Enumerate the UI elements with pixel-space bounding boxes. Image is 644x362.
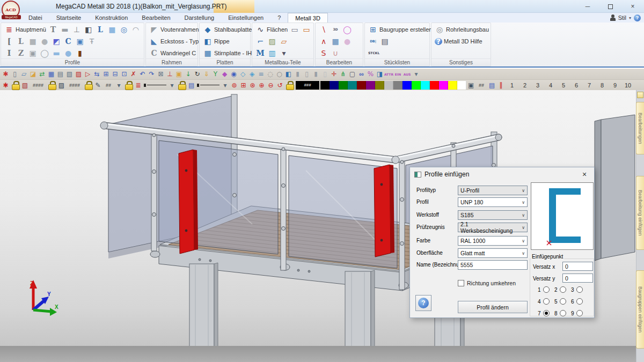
color-swatch-13[interactable] (439, 81, 448, 90)
tree-icon[interactable]: ⋔ (339, 70, 348, 78)
shaded-view-icon[interactable]: ◆ (220, 70, 229, 78)
insertion-point-radio-5[interactable] (560, 298, 566, 305)
kantblech-icon[interactable]: ⌐ (254, 35, 266, 47)
rail-profile-icon[interactable]: Ŧ (86, 35, 98, 47)
window-icon[interactable]: ▢ (348, 70, 357, 78)
pen-drop-icon[interactable]: ▾ (114, 81, 123, 90)
insert-down-icon[interactable]: ⇓ (202, 70, 211, 78)
redraw-icon[interactable]: ✱ (1, 81, 10, 90)
color-lock-icon[interactable] (286, 81, 293, 89)
color-swatch-0[interactable] (320, 81, 330, 90)
figure-icon[interactable]: Y (211, 70, 220, 78)
baugruppe-erstellen-button[interactable]: ⊞Baugruppe erstellen (367, 24, 433, 35)
side-panel-icon[interactable] (637, 92, 643, 98)
barrel3-icon[interactable]: ▮ (311, 70, 320, 78)
circle-solid-icon[interactable]: ● (39, 35, 50, 47)
profil-bearbeiten-icon[interactable]: ∪ (330, 47, 341, 59)
dialog-title-bar[interactable]: Profile einfügen × (410, 167, 594, 181)
zeros-icon[interactable]: 00 (357, 70, 366, 78)
screen-color-icon[interactable]: ▣ (466, 81, 475, 90)
langloch-icon[interactable]: ▭ (289, 24, 301, 35)
block-3d-icon[interactable]: ◧ (83, 24, 94, 35)
linewidth-icon[interactable]: ▤ (187, 81, 196, 90)
layer-lock-icon[interactable] (12, 81, 19, 89)
t-profile-icon[interactable]: T (47, 24, 59, 35)
scale-icon[interactable]: % (366, 70, 375, 78)
anpassen-icon[interactable]: ∧ (318, 35, 330, 47)
color-swatch-10[interactable] (412, 81, 421, 90)
trapezblech-icon[interactable]: ▨ (266, 35, 278, 47)
monitor-icon[interactable]: ◧ (284, 70, 293, 78)
insertion-point-radio-7[interactable] (543, 310, 550, 316)
c-profile-button[interactable]: [ (3, 35, 15, 47)
flat-steel-icon[interactable]: ▬ (50, 47, 62, 59)
pr-fzeugnis-select[interactable]: 2.1 Werksbescheinigung∨ (458, 223, 528, 232)
zoom-prev-icon[interactable]: ↺ (275, 81, 284, 90)
width-bars-icon[interactable]: ‖ (496, 81, 506, 90)
group-edit-icon[interactable]: ▨ (57, 81, 66, 90)
copy-page-icon[interactable]: ⊞ (101, 70, 111, 78)
circle-steel-icon[interactable]: ● (62, 47, 74, 59)
listen-druck-icon[interactable]: ▤ (379, 35, 391, 47)
menu-item-datei[interactable]: Datei (21, 13, 49, 23)
menu-item--[interactable]: ? (270, 13, 288, 23)
megacad-logo[interactable]: ACD MegaCAD (2, 1, 21, 21)
wood-beam-icon[interactable]: ▮ (74, 47, 86, 59)
block-3d-insert-icon[interactable]: ◩ (50, 35, 62, 47)
wandriegel-button[interactable]: CWandriegel C (148, 47, 197, 59)
stahlbauplatten-button[interactable]: ◆Stahlbauplatten (202, 24, 256, 35)
layer-number-7[interactable]: 7 (583, 82, 596, 88)
square-steel-icon[interactable]: ■ (106, 24, 118, 35)
zoom-all-icon[interactable]: ⊚ (230, 81, 239, 90)
c-steel-icon[interactable]: C (62, 35, 74, 47)
hammer-icon[interactable]: ⊥ (165, 70, 174, 78)
probe-icon[interactable]: ✛ (330, 70, 339, 78)
tube-square-steel-icon[interactable]: ▣ (74, 35, 86, 47)
layer-number-6[interactable]: 6 (570, 82, 583, 88)
help-icon[interactable]: ? (634, 14, 641, 21)
erase-icon[interactable]: ✗ (129, 70, 138, 78)
metall3d-hilfe-button[interactable]: ?Metall 3D Hilfe (434, 35, 484, 47)
dialog-close-button[interactable]: × (579, 170, 590, 179)
tab-baugruppen-einfuegen[interactable]: Baugruppen einfügen (636, 270, 644, 349)
overflow-icon[interactable]: ▾ (412, 70, 421, 78)
profil-3d-icon[interactable]: 3D (330, 24, 341, 35)
color-swatch-7[interactable] (384, 81, 393, 90)
minimize-button[interactable]: ─ (576, 0, 599, 13)
transfer-icon[interactable]: ⊡ (120, 70, 129, 78)
versatz-y-input[interactable]: 0 (562, 274, 593, 283)
barrel4-icon[interactable]: ▯ (320, 70, 330, 78)
globe-icon[interactable]: ◉ (229, 70, 238, 78)
color-swatch-4[interactable] (357, 81, 366, 90)
barrel2-icon[interactable]: ▯ (302, 70, 311, 78)
open-folder-icon[interactable]: ◪ (28, 70, 38, 78)
hauptmenu-button[interactable]: ≣Hauptmenü (3, 24, 47, 35)
layer-number-4[interactable]: 4 (544, 82, 557, 88)
insertion-point-radio-4[interactable] (543, 298, 550, 305)
ausklinken-icon[interactable]: ▦ (330, 35, 341, 47)
print-preview-icon[interactable]: ▧ (65, 70, 74, 78)
ring-steel-icon[interactable]: ◎ (118, 24, 130, 35)
zoom-in-icon[interactable]: ⊕ (257, 81, 266, 90)
stueckliste-icon[interactable]: STCKL (367, 47, 380, 59)
color-swatch-9[interactable] (402, 81, 412, 90)
profil-aendern-button[interactable]: Profil ändern (458, 301, 528, 313)
menu-item-metall-3d[interactable]: Metall 3D (288, 13, 327, 23)
insertion-point-radio-2[interactable] (560, 286, 566, 293)
undo-icon[interactable]: ↶ (138, 70, 147, 78)
saegen-icon[interactable]: ∖ (318, 24, 330, 35)
linetype-preview[interactable] (144, 82, 166, 89)
flaechen-button[interactable]: ∿Flächen (254, 24, 289, 35)
layer-number-9[interactable]: 9 (609, 82, 621, 88)
linetype-lock-icon[interactable] (125, 81, 132, 89)
richtung-umkehren-checkbox[interactable] (458, 280, 464, 286)
cube-view-icon[interactable]: ◇ (238, 70, 247, 78)
color-swatch-6[interactable] (375, 81, 384, 90)
linewidth-lock-icon[interactable] (178, 81, 185, 89)
angle-profile-icon[interactable]: L (15, 35, 27, 47)
farbe-select[interactable]: RAL 1000∨ (458, 236, 528, 246)
attach-icon[interactable]: ✱ (1, 70, 10, 78)
insertion-point-radio-6[interactable] (576, 298, 583, 305)
linewidth-preview[interactable] (197, 82, 219, 89)
attr-icon[interactable]: ATTR (384, 70, 393, 78)
